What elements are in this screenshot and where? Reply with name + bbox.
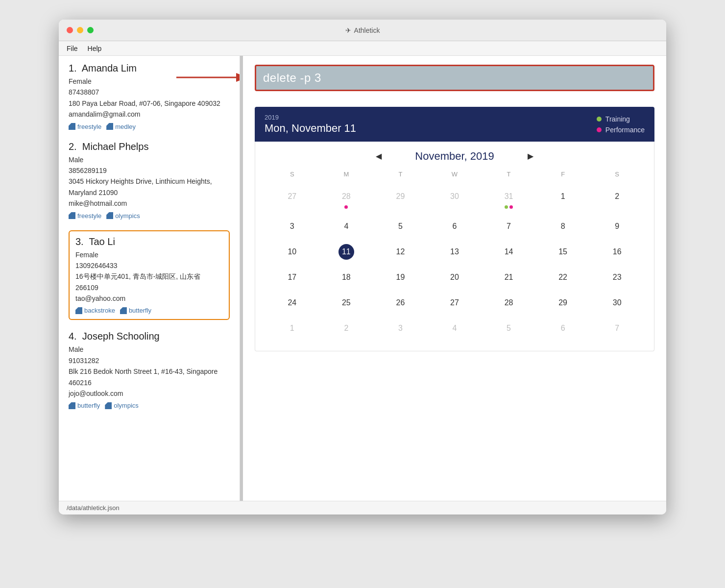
cal-cell-28-prev[interactable]: 28 — [319, 184, 374, 214]
menu-help[interactable]: Help — [88, 45, 102, 52]
athlete-1-tags: freestyle medley — [69, 123, 230, 130]
command-input[interactable] — [263, 71, 646, 85]
cal-cell-30[interactable]: 30 — [590, 290, 644, 316]
traffic-lights — [67, 27, 94, 33]
cal-cell-20[interactable]: 20 — [428, 265, 482, 290]
calendar-nav: ◀ November, 2019 ▶ — [255, 142, 654, 167]
cal-cell-11-today[interactable]: 11 — [319, 239, 374, 265]
calendar-date-info: 2019 Mon, November 11 — [265, 114, 356, 135]
athlete-4-phone: 91031282 — [69, 355, 230, 366]
cal-cell-9[interactable]: 9 — [590, 214, 644, 239]
cal-cell-7-next[interactable]: 7 — [590, 316, 644, 341]
cal-cell-18[interactable]: 18 — [319, 265, 374, 290]
cal-cell-15[interactable]: 15 — [536, 239, 590, 265]
cal-cell-7[interactable]: 7 — [482, 214, 536, 239]
status-path: /data/athletick.json — [67, 504, 120, 512]
cal-cell-13[interactable]: 13 — [428, 239, 482, 265]
athlete-2-tags: freestyle olympics — [69, 212, 230, 220]
panel-divider[interactable] — [240, 56, 243, 501]
main-area: 1. Amanda Lim Female 87438807 180 Paya L… — [59, 56, 666, 501]
athlete-2-phone: 3856289119 — [69, 165, 230, 176]
maximize-button[interactable] — [87, 27, 94, 33]
cal-cell-12[interactable]: 12 — [373, 239, 428, 265]
calendar-month-title: November, 2019 — [415, 150, 494, 163]
tag-olympics-4: olympics — [105, 402, 139, 409]
cal-cell-4-next[interactable]: 4 — [428, 316, 482, 341]
athlete-card-1[interactable]: 1. Amanda Lim Female 87438807 180 Paya L… — [69, 63, 230, 130]
tag-icon — [106, 212, 113, 219]
cal-cell-1-next[interactable]: 1 — [265, 316, 319, 341]
day-header-t2: T — [482, 167, 536, 184]
tag-icon — [106, 123, 113, 130]
tag-icon — [120, 307, 127, 314]
cal-cell-2-next[interactable]: 2 — [319, 316, 374, 341]
cal-cell-28[interactable]: 28 — [482, 290, 536, 316]
cal-cell-30-prev[interactable]: 30 — [428, 184, 482, 214]
athlete-3-gender: Female — [75, 249, 223, 260]
athlete-1-gender: Female — [69, 76, 230, 87]
tag-butterfly-4: butterfly — [69, 402, 100, 409]
athlete-4-tags: butterfly olympics — [69, 402, 230, 409]
cal-cell-23[interactable]: 23 — [590, 265, 644, 290]
minimize-button[interactable] — [77, 27, 83, 33]
athlete-2-address: 3045 Hickory Heights Drive, Linthicum He… — [69, 176, 230, 198]
athlete-4-address: Blk 216 Bedok North Street 1, #16-43, Si… — [69, 366, 230, 388]
athlete-2-gender: Male — [69, 154, 230, 165]
day-header-t1: T — [373, 167, 428, 184]
day-header-s2: S — [590, 167, 644, 184]
window-title: ✈ Athletick — [345, 26, 380, 34]
calendar-legend: Training Performance — [597, 115, 645, 134]
athlete-card-3[interactable]: 3. Tao Li Female 13092646433 16号楼中单元401,… — [69, 230, 230, 320]
calendar-grid: S M T W T F S 27 28 29 30 31 1 — [255, 167, 654, 351]
cal-cell-3[interactable]: 3 — [265, 214, 319, 239]
prev-month-button[interactable]: ◀ — [372, 149, 386, 163]
next-month-button[interactable]: ▶ — [524, 149, 537, 163]
cal-cell-2[interactable]: 2 — [590, 184, 644, 214]
command-input-wrapper[interactable] — [255, 65, 654, 91]
tag-backstroke-3: backstroke — [75, 307, 115, 314]
cal-cell-27[interactable]: 27 — [428, 290, 482, 316]
cal-cell-3-next[interactable]: 3 — [373, 316, 428, 341]
tag-icon — [75, 307, 82, 314]
cal-cell-5[interactable]: 5 — [373, 214, 428, 239]
cal-cell-27-prev[interactable]: 27 — [265, 184, 319, 214]
cal-cell-17[interactable]: 17 — [265, 265, 319, 290]
athlete-3-name: 3. Tao Li — [75, 236, 223, 247]
cal-cell-26[interactable]: 26 — [373, 290, 428, 316]
athlete-1-phone: 87438807 — [69, 87, 230, 98]
cal-cell-19[interactable]: 19 — [373, 265, 428, 290]
cal-cell-8[interactable]: 8 — [536, 214, 590, 239]
cal-cell-21[interactable]: 21 — [482, 265, 536, 290]
athlete-list: 1. Amanda Lim Female 87438807 180 Paya L… — [59, 56, 240, 501]
cal-cell-1[interactable]: 1 — [536, 184, 590, 214]
athlete-card-4[interactable]: 4. Joseph Schooling Male 91031282 Blk 21… — [69, 331, 230, 409]
tag-freestyle-2: freestyle — [69, 212, 101, 220]
athlete-1-email: amandalim@gmail.com — [69, 109, 230, 120]
cal-cell-5-next[interactable]: 5 — [482, 316, 536, 341]
tag-icon — [69, 212, 75, 219]
performance-dot — [597, 127, 602, 132]
cal-cell-29[interactable]: 29 — [536, 290, 590, 316]
athlete-3-address: 16号楼中单元401, 青岛市-城阳区, 山东省 266109 — [75, 271, 223, 293]
cal-cell-25[interactable]: 25 — [319, 290, 374, 316]
close-button[interactable] — [67, 27, 73, 33]
cal-cell-24[interactable]: 24 — [265, 290, 319, 316]
menu-file[interactable]: File — [67, 45, 78, 52]
cal-cell-10[interactable]: 10 — [265, 239, 319, 265]
athlete-1-name: 1. Amanda Lim — [69, 63, 230, 74]
athlete-card-2[interactable]: 2. Michael Phelps Male 3856289119 3045 H… — [69, 141, 230, 220]
athlete-1-address: 180 Paya Lebar Road, #07-06, Singapore 4… — [69, 98, 230, 109]
cal-cell-22[interactable]: 22 — [536, 265, 590, 290]
tag-butterfly-3: butterfly — [120, 307, 151, 314]
cal-cell-14[interactable]: 14 — [482, 239, 536, 265]
title-bar: ✈ Athletick — [59, 20, 666, 41]
cal-cell-29-prev[interactable]: 29 — [373, 184, 428, 214]
tag-icon — [69, 402, 75, 409]
cal-cell-4[interactable]: 4 — [319, 214, 374, 239]
cal-cell-16[interactable]: 16 — [590, 239, 644, 265]
athlete-3-tags: backstroke butterfly — [75, 307, 223, 314]
cal-cell-31-prev[interactable]: 31 — [482, 184, 536, 214]
athlete-2-email: mike@hotmail.com — [69, 198, 230, 209]
cal-cell-6[interactable]: 6 — [428, 214, 482, 239]
cal-cell-6-next[interactable]: 6 — [536, 316, 590, 341]
